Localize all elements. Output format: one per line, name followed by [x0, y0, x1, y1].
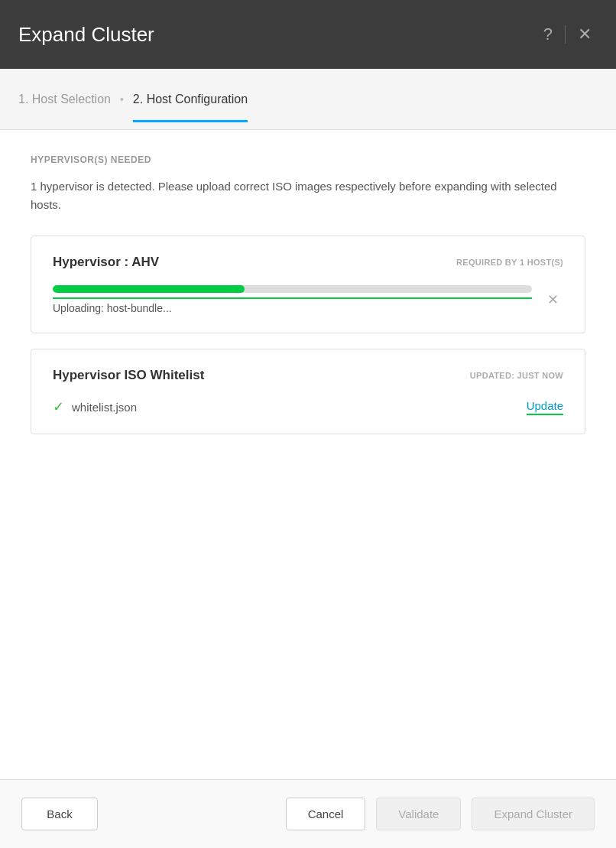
update-link[interactable]: Update — [527, 399, 563, 415]
whitelist-card-title: Hypervisor ISO Whitelist — [53, 368, 204, 383]
progress-container: Uploading: host-bundle... — [53, 285, 532, 314]
validate-button: Validate — [376, 798, 461, 830]
modal-container: Expand Cluster ? ✕ 1. Host Selection • 2… — [0, 0, 616, 848]
cancel-button[interactable]: Cancel — [286, 798, 366, 830]
hypervisor-ahv-card: Hypervisor : AHV REQUIRED BY 1 HOST(S) U… — [31, 236, 585, 333]
whitelist-left: ✓ whitelist.json — [53, 398, 137, 415]
help-button[interactable]: ? — [537, 23, 559, 46]
step-separator: • — [120, 93, 124, 106]
whitelist-row: ✓ whitelist.json Update — [53, 398, 563, 415]
header-icons: ? ✕ — [537, 23, 598, 46]
section-label: HYPERVISOR(S) NEEDED — [31, 154, 585, 165]
ahv-card-badge: REQUIRED BY 1 HOST(S) — [456, 258, 563, 267]
description-text: 1 hypervisor is detected. Please upload … — [31, 177, 585, 214]
step-1-label: 1. Host Selection — [18, 93, 111, 106]
step-host-selection[interactable]: 1. Host Selection — [18, 77, 111, 122]
ahv-card-header: Hypervisor : AHV REQUIRED BY 1 HOST(S) — [53, 255, 563, 270]
whitelist-filename: whitelist.json — [72, 401, 137, 414]
progress-bar-track — [53, 285, 532, 293]
steps-bar: 1. Host Selection • 2. Host Configuratio… — [0, 69, 616, 130]
modal-footer: Back Cancel Validate Expand Cluster — [0, 779, 616, 848]
header-divider — [565, 25, 566, 44]
ahv-card-title: Hypervisor : AHV — [53, 255, 159, 270]
modal-title: Expand Cluster — [18, 23, 154, 47]
upload-label: Uploading: host-bundle... — [53, 302, 532, 314]
upload-row: Uploading: host-bundle... ✕ — [53, 285, 563, 314]
checkmark-icon: ✓ — [53, 398, 64, 415]
step-host-configuration[interactable]: 2. Host Configuration — [133, 77, 248, 122]
whitelist-card-header: Hypervisor ISO Whitelist UPDATED: JUST N… — [53, 368, 563, 383]
step-2-label: 2. Host Configuration — [133, 93, 248, 106]
back-button[interactable]: Back — [21, 798, 98, 830]
modal-header: Expand Cluster ? ✕ — [0, 0, 616, 69]
progress-underline — [53, 297, 532, 299]
cancel-upload-button[interactable]: ✕ — [543, 290, 563, 310]
whitelist-card: Hypervisor ISO Whitelist UPDATED: JUST N… — [31, 349, 585, 434]
expand-cluster-button: Expand Cluster — [472, 798, 595, 830]
close-button[interactable]: ✕ — [572, 23, 598, 46]
progress-bar-fill — [53, 285, 245, 293]
whitelist-card-badge: UPDATED: JUST NOW — [470, 371, 563, 380]
modal-body: HYPERVISOR(S) NEEDED 1 hypervisor is det… — [0, 130, 616, 779]
upload-content — [53, 285, 532, 299]
